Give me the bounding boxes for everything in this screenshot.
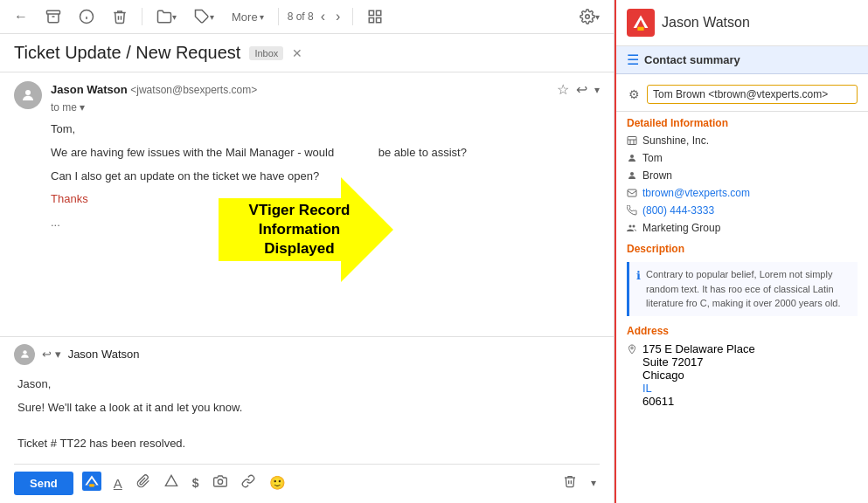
send-button[interactable]: Send: [14, 472, 73, 495]
settings-button[interactable]: ▾: [574, 5, 605, 28]
reply-icons: ↩ ▾: [42, 348, 61, 361]
address-street: 175 E Delaware Place: [642, 342, 755, 355]
subject-bar: Ticket Update / New Request Inbox ✕: [0, 34, 614, 72]
email-original-content: Jason Watson <jwatson@bsexperts.com> ☆ ↩…: [51, 81, 600, 238]
gmail-panel: ← ▾ ▾ More ▾ 8 of 8 ‹ ›: [0, 0, 615, 503]
description-box: ℹ Contrary to popular belief, Lorem not …: [627, 262, 858, 316]
body-line1: We are having few issues with the Mail M…: [51, 144, 600, 162]
email-thread: Jason Watson <jwatson@bsexperts.com> ☆ ↩…: [0, 72, 614, 264]
archive-button[interactable]: [40, 5, 66, 28]
detailed-info-label: Detailed Information: [616, 112, 868, 133]
reply-header: ↩ ▾ Jason Watson: [14, 344, 600, 365]
drive-button[interactable]: [161, 471, 182, 495]
phone-row: (800) 444-3333: [616, 203, 868, 220]
svg-rect-7: [370, 18, 374, 23]
group-icon: [627, 223, 637, 236]
svg-point-9: [586, 15, 590, 19]
folder-button[interactable]: ▾: [151, 5, 182, 28]
email-original: Jason Watson <jwatson@bsexperts.com> ☆ ↩…: [14, 81, 600, 246]
close-subject-button[interactable]: ✕: [292, 46, 302, 60]
svg-rect-21: [637, 27, 643, 31]
svg-point-11: [23, 350, 26, 354]
vtiger-gear-button[interactable]: ⚙: [627, 86, 642, 103]
address-zip: 60611: [642, 395, 755, 408]
company-icon: [627, 135, 637, 148]
font-button[interactable]: A: [110, 472, 126, 494]
more-button[interactable]: More ▾: [226, 7, 269, 27]
description-label: Description: [616, 238, 868, 258]
link-button[interactable]: [238, 471, 259, 495]
pagination: 8 of 8 ‹ ›: [288, 7, 344, 26]
dollar-button[interactable]: $: [189, 472, 203, 493]
body-ellipsis: ...: [51, 214, 600, 232]
star-icon[interactable]: ☆: [557, 81, 569, 98]
company-name: Sunshine, Inc.: [642, 134, 709, 147]
vtiger-tabs: ☰ Contact summary: [616, 46, 868, 74]
reply-more-button[interactable]: ▾: [587, 473, 600, 493]
svg-rect-5: [370, 10, 374, 15]
last-name: Brown: [642, 169, 672, 182]
svg-marker-16: [165, 475, 177, 486]
email-link[interactable]: tbrown@vtexperts.com: [642, 187, 750, 199]
email-body: Tom, We are having few issues with the M…: [51, 121, 600, 232]
svg-rect-28: [628, 189, 636, 196]
first-name: Tom: [642, 152, 663, 164]
group-row: Marketing Group: [616, 220, 868, 238]
vtiger-content: ⚙ Detailed Information Sunshine, Inc. To…: [616, 74, 868, 503]
svg-point-30: [633, 225, 635, 228]
vtiger-contact-name: Jason Watson: [662, 15, 750, 31]
description-text: Contrary to popular belief, Lorem not si…: [646, 267, 851, 311]
camera-button[interactable]: [210, 471, 231, 495]
group-name: Marketing Group: [642, 222, 720, 234]
reply-avatar: [14, 344, 35, 365]
separator2: [278, 8, 279, 25]
attach-button[interactable]: [133, 471, 154, 495]
sender-email: <jwatson@bsexperts.com>: [130, 84, 257, 96]
prev-button[interactable]: ‹: [317, 7, 329, 26]
reply-icon[interactable]: ↩: [576, 81, 587, 98]
vtiger-search-input[interactable]: [647, 85, 858, 104]
svg-point-27: [630, 172, 634, 176]
reply-toolbar: Send A $: [14, 464, 600, 496]
address-icon: [627, 344, 637, 359]
svg-rect-8: [377, 18, 381, 23]
to-line[interactable]: to me ▾: [51, 101, 600, 114]
delete-button[interactable]: [107, 5, 133, 28]
back-button[interactable]: ←: [9, 5, 33, 28]
svg-point-26: [630, 155, 634, 158]
reply-body[interactable]: Jason, Sure! We'll take a look at it and…: [14, 372, 600, 457]
email-header-actions: ☆ ↩ ▾: [557, 81, 600, 98]
subject-text: Ticket Update / New Request: [14, 43, 240, 63]
person-icon-1: [627, 153, 637, 166]
address-state: IL: [642, 382, 755, 395]
reply-area: ↩ ▾ Jason Watson Jason, Sure! We'll take…: [0, 336, 614, 503]
tag-button[interactable]: ▾: [189, 5, 219, 28]
svg-point-10: [25, 90, 31, 95]
reply-ticket: Ticket # TT22 has been resolved.: [17, 435, 596, 453]
svg-point-31: [631, 347, 634, 349]
svg-rect-0: [47, 10, 60, 14]
reply-trash-button[interactable]: [559, 471, 580, 495]
sender-avatar: [14, 81, 42, 109]
address-suite: Suite 72017: [642, 355, 755, 369]
email-row: tbrown@vtexperts.com: [616, 185, 868, 203]
info-icon: ℹ: [636, 267, 641, 311]
next-button[interactable]: ›: [332, 7, 344, 26]
contact-summary-tab[interactable]: Contact summary: [644, 46, 740, 73]
address-label: Address: [616, 320, 868, 341]
email-header: Jason Watson <jwatson@bsexperts.com> ☆ ↩…: [51, 81, 600, 98]
more-icon[interactable]: ▾: [594, 84, 600, 96]
emoji-button[interactable]: 🙂: [266, 472, 289, 494]
firstname-row: Tom: [616, 150, 868, 168]
vtiger-logo: [627, 9, 655, 37]
email-icon: [627, 188, 637, 201]
info-button[interactable]: [73, 5, 100, 28]
vtiger-compose-button[interactable]: [80, 470, 103, 496]
list-icon: ☰: [627, 52, 639, 68]
separator1: [142, 8, 142, 25]
vtiger-search-row: ⚙: [616, 81, 868, 112]
inbox-badge: Inbox: [249, 46, 283, 60]
toolbar: ← ▾ ▾ More ▾ 8 of 8 ‹ ›: [0, 0, 614, 34]
layout-button[interactable]: [362, 5, 388, 28]
sender-info: Jason Watson <jwatson@bsexperts.com>: [51, 83, 257, 96]
